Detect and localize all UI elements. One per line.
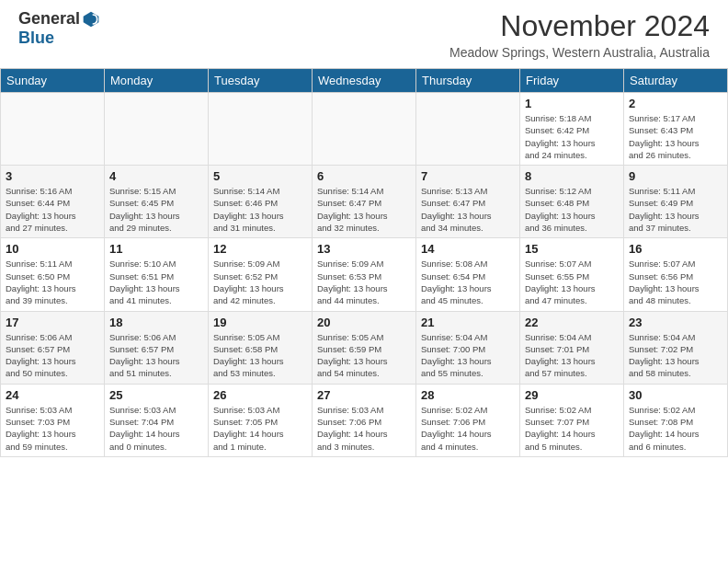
calendar-day: 14Sunrise: 5:08 AM Sunset: 6:54 PM Dayli… xyxy=(416,238,520,311)
logo-blue-text: Blue xyxy=(18,29,54,48)
calendar-table: SundayMondayTuesdayWednesdayThursdayFrid… xyxy=(0,68,728,457)
day-info: Sunrise: 5:03 AM Sunset: 7:06 PM Dayligh… xyxy=(317,404,411,453)
day-number: 14 xyxy=(421,242,515,256)
calendar-day: 15Sunrise: 5:07 AM Sunset: 6:55 PM Dayli… xyxy=(520,238,624,311)
calendar-day: 10Sunrise: 5:11 AM Sunset: 6:50 PM Dayli… xyxy=(1,238,105,311)
calendar-day: 19Sunrise: 5:05 AM Sunset: 6:58 PM Dayli… xyxy=(209,311,313,384)
day-info: Sunrise: 5:17 AM Sunset: 6:43 PM Dayligh… xyxy=(629,112,722,161)
day-number: 27 xyxy=(317,388,411,402)
day-info: Sunrise: 5:15 AM Sunset: 6:45 PM Dayligh… xyxy=(109,185,203,234)
calendar-day: 27Sunrise: 5:03 AM Sunset: 7:06 PM Dayli… xyxy=(313,384,416,456)
day-info: Sunrise: 5:04 AM Sunset: 7:02 PM Dayligh… xyxy=(629,331,722,380)
day-info: Sunrise: 5:09 AM Sunset: 6:53 PM Dayligh… xyxy=(317,258,411,306)
calendar-day: 2Sunrise: 5:17 AM Sunset: 6:43 PM Daylig… xyxy=(624,93,728,166)
day-info: Sunrise: 5:07 AM Sunset: 6:55 PM Dayligh… xyxy=(525,258,619,306)
calendar-header-tuesday: Tuesday xyxy=(209,69,313,93)
day-number: 18 xyxy=(109,316,203,329)
day-number: 11 xyxy=(109,242,203,256)
logo-general-text: General xyxy=(18,9,80,29)
day-number: 28 xyxy=(421,388,515,402)
day-info: Sunrise: 5:02 AM Sunset: 7:07 PM Dayligh… xyxy=(525,404,619,453)
day-info: Sunrise: 5:02 AM Sunset: 7:08 PM Dayligh… xyxy=(629,404,722,453)
day-info: Sunrise: 5:04 AM Sunset: 7:00 PM Dayligh… xyxy=(421,331,515,380)
day-info: Sunrise: 5:08 AM Sunset: 6:54 PM Dayligh… xyxy=(421,258,515,306)
calendar-day: 24Sunrise: 5:03 AM Sunset: 7:03 PM Dayli… xyxy=(1,384,105,456)
calendar-day: 3Sunrise: 5:16 AM Sunset: 6:44 PM Daylig… xyxy=(1,166,105,238)
day-number: 20 xyxy=(317,316,411,329)
calendar-day: 9Sunrise: 5:11 AM Sunset: 6:49 PM Daylig… xyxy=(624,166,728,238)
day-info: Sunrise: 5:03 AM Sunset: 7:05 PM Dayligh… xyxy=(213,404,307,453)
day-info: Sunrise: 5:04 AM Sunset: 7:01 PM Dayligh… xyxy=(525,331,619,380)
day-info: Sunrise: 5:05 AM Sunset: 6:59 PM Dayligh… xyxy=(317,331,411,380)
calendar-day: 5Sunrise: 5:14 AM Sunset: 6:46 PM Daylig… xyxy=(209,166,313,238)
calendar-header-saturday: Saturday xyxy=(624,69,728,93)
day-info: Sunrise: 5:10 AM Sunset: 6:51 PM Dayligh… xyxy=(109,258,203,306)
calendar-header-thursday: Thursday xyxy=(416,69,520,93)
calendar-week-4: 17Sunrise: 5:06 AM Sunset: 6:57 PM Dayli… xyxy=(1,311,728,384)
calendar-day: 8Sunrise: 5:12 AM Sunset: 6:48 PM Daylig… xyxy=(520,166,624,238)
day-info: Sunrise: 5:12 AM Sunset: 6:48 PM Dayligh… xyxy=(525,185,619,234)
day-info: Sunrise: 5:09 AM Sunset: 6:52 PM Dayligh… xyxy=(213,258,307,306)
calendar-day: 16Sunrise: 5:07 AM Sunset: 6:56 PM Dayli… xyxy=(624,238,728,311)
day-info: Sunrise: 5:02 AM Sunset: 7:06 PM Dayligh… xyxy=(421,404,515,453)
day-number: 29 xyxy=(525,388,619,402)
calendar-week-3: 10Sunrise: 5:11 AM Sunset: 6:50 PM Dayli… xyxy=(1,238,728,311)
calendar-day: 22Sunrise: 5:04 AM Sunset: 7:01 PM Dayli… xyxy=(520,311,624,384)
calendar-day xyxy=(1,93,105,166)
day-number: 30 xyxy=(629,388,722,402)
day-number: 25 xyxy=(109,388,203,402)
calendar-header-row: SundayMondayTuesdayWednesdayThursdayFrid… xyxy=(1,69,728,93)
calendar-day xyxy=(313,93,416,166)
day-info: Sunrise: 5:16 AM Sunset: 6:44 PM Dayligh… xyxy=(6,185,99,234)
day-info: Sunrise: 5:11 AM Sunset: 6:50 PM Dayligh… xyxy=(6,258,99,306)
month-title: November 2024 xyxy=(449,9,710,43)
day-number: 5 xyxy=(213,169,307,183)
location-title: Meadow Springs, Western Australia, Austr… xyxy=(449,45,710,60)
day-number: 6 xyxy=(317,169,411,183)
day-number: 24 xyxy=(6,388,99,402)
calendar-week-1: 1Sunrise: 5:18 AM Sunset: 6:42 PM Daylig… xyxy=(1,93,728,166)
day-number: 16 xyxy=(629,242,722,256)
calendar-day: 23Sunrise: 5:04 AM Sunset: 7:02 PM Dayli… xyxy=(624,311,728,384)
calendar-day: 4Sunrise: 5:15 AM Sunset: 6:45 PM Daylig… xyxy=(105,166,209,238)
calendar-day: 11Sunrise: 5:10 AM Sunset: 6:51 PM Dayli… xyxy=(105,238,209,311)
day-info: Sunrise: 5:13 AM Sunset: 6:47 PM Dayligh… xyxy=(421,185,515,234)
calendar-day: 20Sunrise: 5:05 AM Sunset: 6:59 PM Dayli… xyxy=(313,311,416,384)
calendar-day: 28Sunrise: 5:02 AM Sunset: 7:06 PM Dayli… xyxy=(416,384,520,456)
day-number: 1 xyxy=(525,97,619,110)
day-number: 22 xyxy=(525,316,619,329)
day-number: 17 xyxy=(6,316,99,329)
day-number: 26 xyxy=(213,388,307,402)
day-info: Sunrise: 5:05 AM Sunset: 6:58 PM Dayligh… xyxy=(213,331,307,380)
day-number: 12 xyxy=(213,242,307,256)
calendar-week-2: 3Sunrise: 5:16 AM Sunset: 6:44 PM Daylig… xyxy=(1,166,728,238)
calendar-header-monday: Monday xyxy=(105,69,209,93)
day-number: 23 xyxy=(629,316,722,329)
title-section: November 2024 Meadow Springs, Western Au… xyxy=(449,9,710,60)
calendar-day: 26Sunrise: 5:03 AM Sunset: 7:05 PM Dayli… xyxy=(209,384,313,456)
logo-icon xyxy=(82,10,100,29)
day-number: 19 xyxy=(213,316,307,329)
calendar-header-sunday: Sunday xyxy=(1,69,105,93)
day-info: Sunrise: 5:14 AM Sunset: 6:46 PM Dayligh… xyxy=(213,185,307,234)
day-number: 4 xyxy=(109,169,203,183)
day-number: 21 xyxy=(421,316,515,329)
day-info: Sunrise: 5:03 AM Sunset: 7:03 PM Dayligh… xyxy=(6,404,99,453)
calendar-day: 13Sunrise: 5:09 AM Sunset: 6:53 PM Dayli… xyxy=(313,238,416,311)
day-number: 13 xyxy=(317,242,411,256)
logo: General Blue xyxy=(18,9,100,48)
calendar-week-5: 24Sunrise: 5:03 AM Sunset: 7:03 PM Dayli… xyxy=(1,384,728,456)
day-info: Sunrise: 5:06 AM Sunset: 6:57 PM Dayligh… xyxy=(109,331,203,380)
day-number: 3 xyxy=(6,169,99,183)
day-info: Sunrise: 5:07 AM Sunset: 6:56 PM Dayligh… xyxy=(629,258,722,306)
day-info: Sunrise: 5:18 AM Sunset: 6:42 PM Dayligh… xyxy=(525,112,619,161)
calendar-day xyxy=(105,93,209,166)
calendar-day: 29Sunrise: 5:02 AM Sunset: 7:07 PM Dayli… xyxy=(520,384,624,456)
day-number: 7 xyxy=(421,169,515,183)
day-number: 8 xyxy=(525,169,619,183)
calendar-day xyxy=(209,93,313,166)
day-number: 10 xyxy=(6,242,99,256)
day-info: Sunrise: 5:14 AM Sunset: 6:47 PM Dayligh… xyxy=(317,185,411,234)
calendar-header-friday: Friday xyxy=(520,69,624,93)
day-number: 9 xyxy=(629,169,722,183)
